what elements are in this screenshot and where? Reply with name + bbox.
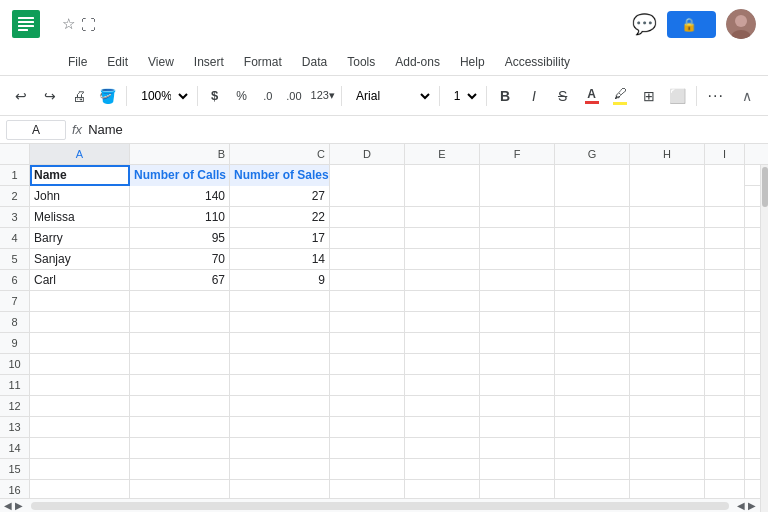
cell-i[interactable] [705, 291, 745, 312]
table-row[interactable]: 1 Name Number of Calls Number of Sales [0, 165, 760, 186]
cell-g[interactable] [555, 417, 630, 438]
col-header-f[interactable]: F [480, 144, 555, 164]
currency-button[interactable]: $ [203, 82, 226, 110]
cell-b[interactable] [130, 354, 230, 375]
cell-d[interactable] [330, 165, 405, 186]
cell-g[interactable] [555, 249, 630, 270]
decimal-decrease-button[interactable]: .0 [257, 82, 278, 110]
cell-h[interactable] [630, 186, 705, 207]
cell-a[interactable]: Carl [30, 270, 130, 291]
cell-b[interactable] [130, 396, 230, 417]
table-row[interactable]: 14 [0, 438, 760, 459]
share-button[interactable]: 🔒 [667, 11, 716, 38]
cell-a[interactable]: Barry [30, 228, 130, 249]
cell-h[interactable] [630, 312, 705, 333]
cell-d[interactable] [330, 207, 405, 228]
cell-e[interactable] [405, 270, 480, 291]
zoom-select[interactable]: 100% [132, 83, 192, 109]
cell-h[interactable] [630, 480, 705, 498]
cell-a[interactable]: Sanjay [30, 249, 130, 270]
nav-arrows[interactable]: ◀ ▶ [0, 500, 27, 511]
cell-a[interactable] [30, 375, 130, 396]
font-size-select[interactable]: 10 [445, 83, 481, 109]
cell-e[interactable] [405, 417, 480, 438]
cell-a[interactable] [30, 417, 130, 438]
cell-d[interactable] [330, 417, 405, 438]
menu-format[interactable]: Format [236, 52, 290, 72]
cell-c[interactable]: 22 [230, 207, 330, 228]
cell-e[interactable] [405, 333, 480, 354]
cell-a[interactable] [30, 291, 130, 312]
cell-i[interactable] [705, 375, 745, 396]
bold-button[interactable]: B [492, 82, 519, 110]
table-row[interactable]: 8 [0, 312, 760, 333]
cell-e[interactable] [405, 480, 480, 498]
cell-e[interactable] [405, 438, 480, 459]
redo-button[interactable]: ↪ [37, 82, 64, 110]
cell-i[interactable] [705, 249, 745, 270]
table-row[interactable]: 6 Carl 67 9 [0, 270, 760, 291]
col-header-d[interactable]: D [330, 144, 405, 164]
cell-i[interactable] [705, 354, 745, 375]
cell-i[interactable] [705, 417, 745, 438]
cell-f[interactable] [480, 438, 555, 459]
cell-d[interactable] [330, 270, 405, 291]
cell-d[interactable] [330, 333, 405, 354]
col-header-c[interactable]: C [230, 144, 330, 164]
menu-data[interactable]: Data [294, 52, 335, 72]
highlight-button[interactable]: 🖊 [607, 82, 634, 110]
cell-d[interactable] [330, 438, 405, 459]
text-color-button[interactable]: A [578, 82, 605, 110]
horizontal-scrollbar[interactable] [31, 502, 729, 510]
cell-h[interactable] [630, 354, 705, 375]
cell-g[interactable] [555, 459, 630, 480]
cell-c[interactable] [230, 417, 330, 438]
cell-b[interactable] [130, 459, 230, 480]
menu-accessibility[interactable]: Accessibility [497, 52, 578, 72]
cell-b[interactable] [130, 291, 230, 312]
cell-h[interactable] [630, 228, 705, 249]
cell-f[interactable] [480, 207, 555, 228]
cell-h[interactable] [630, 291, 705, 312]
cell-b[interactable]: 70 [130, 249, 230, 270]
cell-d[interactable] [330, 228, 405, 249]
cell-e[interactable] [405, 396, 480, 417]
cell-h[interactable] [630, 438, 705, 459]
star-icon[interactable]: ☆ [62, 15, 75, 33]
menu-help[interactable]: Help [452, 52, 493, 72]
cell-f[interactable] [480, 396, 555, 417]
cell-c[interactable] [230, 333, 330, 354]
cell-e[interactable] [405, 207, 480, 228]
cell-c[interactable] [230, 396, 330, 417]
cell-h[interactable] [630, 396, 705, 417]
table-row[interactable]: 12 [0, 396, 760, 417]
table-row[interactable]: 5 Sanjay 70 14 [0, 249, 760, 270]
more-options-button[interactable]: ··· [702, 82, 729, 110]
cell-b[interactable]: 110 [130, 207, 230, 228]
cell-f[interactable] [480, 480, 555, 498]
cell-f[interactable] [480, 291, 555, 312]
cell-h[interactable] [630, 375, 705, 396]
cell-i[interactable] [705, 270, 745, 291]
cell-a[interactable]: Name [30, 165, 130, 186]
cell-c[interactable] [230, 375, 330, 396]
cell-f[interactable] [480, 312, 555, 333]
cell-c[interactable] [230, 312, 330, 333]
cell-a[interactable] [30, 354, 130, 375]
cell-c[interactable] [230, 354, 330, 375]
cell-g[interactable] [555, 312, 630, 333]
cell-g[interactable] [555, 270, 630, 291]
cell-e[interactable] [405, 459, 480, 480]
table-row[interactable]: 10 [0, 354, 760, 375]
cell-c[interactable] [230, 438, 330, 459]
cell-f[interactable] [480, 459, 555, 480]
cell-c[interactable] [230, 480, 330, 498]
cell-d[interactable] [330, 354, 405, 375]
cell-d[interactable] [330, 291, 405, 312]
cell-reference[interactable]: A [6, 120, 66, 140]
cell-d[interactable] [330, 459, 405, 480]
table-row[interactable]: 7 [0, 291, 760, 312]
merge-button[interactable]: ⬜ [665, 82, 692, 110]
cell-g[interactable] [555, 375, 630, 396]
cell-i[interactable] [705, 333, 745, 354]
